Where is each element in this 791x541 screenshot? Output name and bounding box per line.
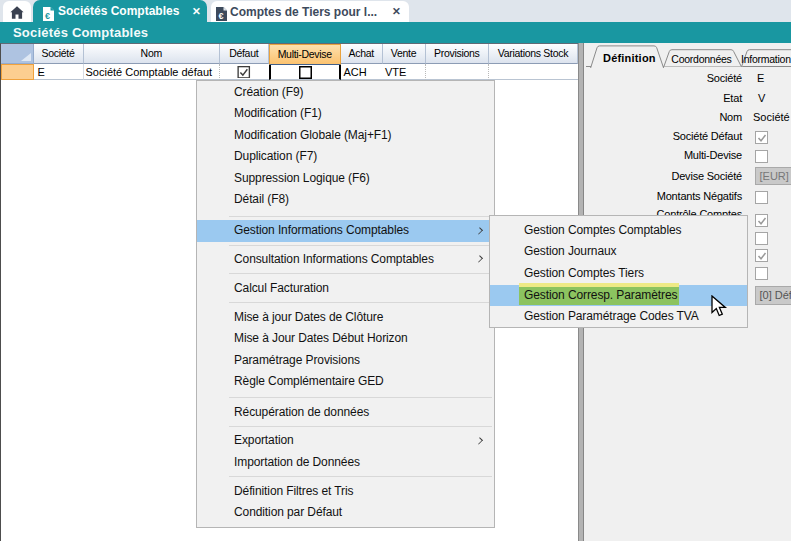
svg-text:Coordonnées: Coordonnées: [671, 53, 731, 65]
svg-text:Définition: Définition: [603, 52, 656, 64]
svg-text:€: €: [45, 10, 50, 20]
svg-text:€: €: [219, 11, 224, 21]
svg-text:Information...: Information...: [741, 53, 791, 65]
